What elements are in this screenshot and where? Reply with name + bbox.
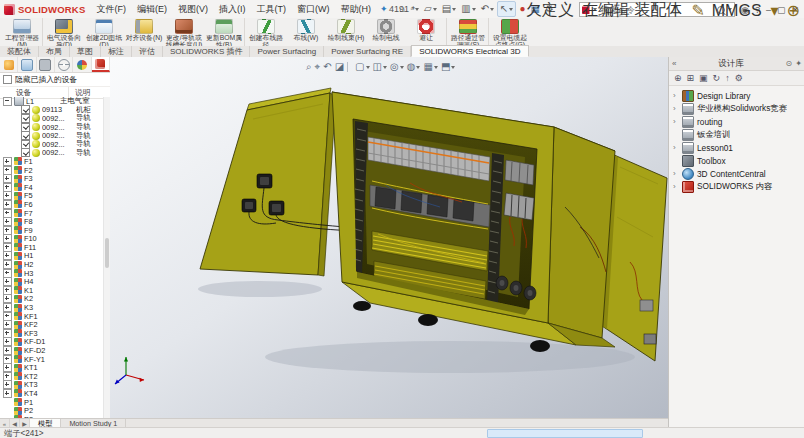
library-item[interactable]: › routing xyxy=(669,115,804,128)
expand-arrow-icon[interactable]: › xyxy=(673,169,679,178)
globe-status-icon[interactable]: ⊕ xyxy=(787,1,800,20)
menu-item[interactable]: 窗口(W) xyxy=(292,2,335,17)
ribbon-button[interactable]: 创建2D图纸(D) xyxy=(84,18,124,46)
door-button[interactable] xyxy=(269,201,284,215)
undo-icon[interactable]: ↶ xyxy=(479,2,496,16)
tree-row[interactable]: KT2 xyxy=(0,372,104,381)
ribbon-button[interactable]: 设置电缆起点终点(G) xyxy=(490,18,530,46)
library-item[interactable]: › 3D ContentCentral xyxy=(669,167,804,180)
pencil-icon[interactable]: ✎ xyxy=(691,1,704,20)
tree-row[interactable]: KT3 xyxy=(0,381,104,390)
new-document-icon[interactable]: ▫ xyxy=(409,2,422,16)
visibility-checkbox[interactable] xyxy=(21,148,30,157)
panel-tab[interactable] xyxy=(73,57,91,72)
view-orientation-icon[interactable]: ▢ xyxy=(355,61,369,73)
door-button[interactable] xyxy=(257,174,272,188)
ribbon-button[interactable]: 布线(W) xyxy=(286,18,326,46)
expand-arrow-icon[interactable]: › xyxy=(673,91,679,100)
menu-item[interactable]: 工具(T) xyxy=(251,2,291,17)
save-icon[interactable]: ▤ xyxy=(440,2,458,16)
tree-row[interactable]: F11 xyxy=(0,243,104,252)
expand-arrow-icon[interactable]: › xyxy=(673,143,679,152)
zoom-fit-icon[interactable]: ⌕ xyxy=(306,61,312,73)
apply-scene-icon[interactable]: ▦ xyxy=(423,61,437,73)
tree-row[interactable]: KF-Y1 xyxy=(0,355,104,364)
tree-row[interactable]: F7 xyxy=(0,209,104,218)
library-item[interactable]: › 钣金培训 xyxy=(669,128,804,141)
toolbox-config-icon[interactable]: ⚙ xyxy=(735,73,743,83)
panel-tab[interactable] xyxy=(0,57,18,72)
tree-row[interactable]: H2 xyxy=(0,260,104,269)
hide-show-items-icon[interactable]: ◎ xyxy=(390,61,404,73)
tree-row[interactable]: F3 xyxy=(0,174,104,183)
ribbon-button[interactable]: 更新BOM属性(B) xyxy=(204,18,245,46)
zoom-area-icon[interactable]: ⌖ xyxy=(315,61,321,73)
tree-row[interactable]: H4 xyxy=(0,277,104,286)
ribbon-button[interactable]: 路径通过管理器(S) xyxy=(448,18,489,46)
tree-row[interactable]: P2 xyxy=(0,406,104,415)
library-item[interactable]: › Lesson01 xyxy=(669,141,804,154)
ribbon-button[interactable]: 绘制电线 xyxy=(366,18,406,46)
tree-row[interactable]: P1 xyxy=(0,398,104,407)
tree-scrollbar-thumb[interactable] xyxy=(105,238,109,268)
print-icon[interactable]: ▥ xyxy=(459,2,477,16)
cabinet-foot[interactable] xyxy=(418,314,438,326)
edit-appearance-icon[interactable]: ◍ xyxy=(407,61,421,73)
collapse-pane-icon[interactable]: « xyxy=(672,59,676,68)
tree-row[interactable]: KF-D1 xyxy=(0,338,104,347)
status-input-field[interactable] xyxy=(487,429,643,438)
panel-tab[interactable] xyxy=(55,57,73,72)
library-item[interactable]: › 华业模构Solidworks竞赛 xyxy=(669,102,804,115)
hide-inserted-devices-row[interactable]: 隐藏已插入的设备 xyxy=(0,73,110,87)
expand-arrow-icon[interactable]: › xyxy=(673,117,679,126)
new-folder-icon[interactable]: ▣ xyxy=(699,73,708,83)
cabinet-foot[interactable] xyxy=(530,340,550,352)
tree-row[interactable]: F2 xyxy=(0,166,104,175)
library-item[interactable]: › SOLIDWORKS 内容 xyxy=(669,180,804,193)
pin-menu-icon[interactable]: ✦ xyxy=(376,4,392,14)
expand-icon[interactable] xyxy=(3,389,12,398)
tree-row[interactable]: F9 xyxy=(0,226,104,235)
ribbon-button[interactable]: 更改/导轨或线槽长度(U) xyxy=(164,18,204,46)
tree-row[interactable]: F6 xyxy=(0,200,104,209)
menu-item[interactable]: 视图(V) xyxy=(173,2,213,17)
expand-arrow-icon[interactable]: › xyxy=(673,104,679,113)
ribbon-tab[interactable]: 标注 xyxy=(101,46,132,57)
ribbon-button[interactable]: 避让 xyxy=(406,18,447,46)
ribbon-tab[interactable]: SOLIDWORKS Electrical 3D xyxy=(411,45,528,57)
library-item[interactable]: › Design Library xyxy=(669,89,804,102)
section-view-icon[interactable]: ◪ xyxy=(335,61,344,73)
ribbon-tab[interactable]: SOLIDWORKS 插件 xyxy=(163,46,250,57)
move-up-icon[interactable]: ↑ xyxy=(725,73,730,83)
viewport-canvas[interactable] xyxy=(110,57,668,418)
ribbon-tab[interactable]: 装配体 xyxy=(0,46,39,57)
caret-icon[interactable]: ▾ xyxy=(771,1,779,20)
ribbon-tab[interactable]: 评估 xyxy=(132,46,163,57)
tree-row[interactable]: F1 xyxy=(0,157,104,166)
tree-row[interactable]: F8 xyxy=(0,217,104,226)
door-button[interactable] xyxy=(242,199,256,212)
tree-row[interactable]: K3 xyxy=(0,303,104,312)
tree-row[interactable]: F10 xyxy=(0,235,104,244)
tree-row[interactable]: F5 xyxy=(0,192,104,201)
refresh-icon[interactable]: ↻ xyxy=(713,73,721,83)
options-icon[interactable]: ⊙ xyxy=(786,59,793,68)
expand-icon[interactable] xyxy=(3,97,12,106)
tree-row[interactable]: KF1 xyxy=(0,312,104,321)
tree-row[interactable]: KF3 xyxy=(0,329,104,338)
tree-row[interactable]: KF2 xyxy=(0,320,104,329)
tree-row[interactable]: KT1 xyxy=(0,363,104,372)
ribbon-tab[interactable]: 草图 xyxy=(70,46,101,57)
panel-tab[interactable] xyxy=(37,57,55,72)
home-icon[interactable]: ⌂ xyxy=(398,2,408,16)
menu-item[interactable]: 编辑(E) xyxy=(132,2,172,17)
ribbon-tab[interactable]: 布局 xyxy=(39,46,70,57)
tree-row[interactable]: 0092... 导轨 xyxy=(0,149,104,158)
panel-tab[interactable] xyxy=(18,57,36,72)
pin-icon[interactable]: ✦ xyxy=(795,59,802,68)
add-to-library-icon[interactable]: ⊕ xyxy=(674,73,682,83)
open-icon[interactable]: ▱ xyxy=(422,2,439,16)
view-settings-icon[interactable]: ⬒ xyxy=(441,61,455,73)
ribbon-button[interactable]: 绘制线束(H) xyxy=(326,18,366,46)
menu-item[interactable]: 帮助(H) xyxy=(335,2,376,17)
